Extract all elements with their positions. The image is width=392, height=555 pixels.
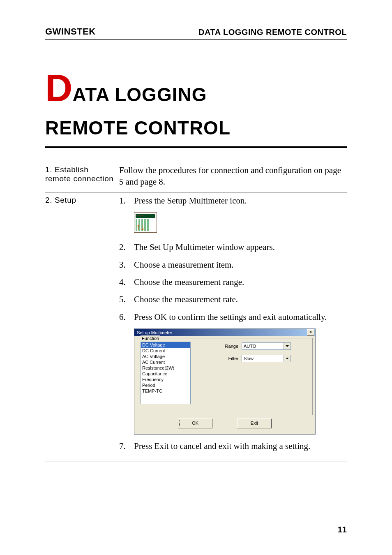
step-6-num: 6. (119, 311, 134, 323)
title-line1-rest: ATA LOGGING (72, 84, 207, 105)
brand-logo: GWINSTEK (45, 26, 96, 37)
function-item-period[interactable]: Period (141, 382, 190, 388)
section2-heading: 2. Setup (45, 195, 119, 205)
title-line2: REMOTE CONTROL (45, 117, 347, 139)
function-item-dc-voltage[interactable]: DC Voltage (141, 342, 190, 348)
setup-dialog-screenshot: Set up Multimeter × Function DC Voltage … (134, 328, 347, 435)
step-4-num: 4. (119, 276, 134, 288)
function-groupbox: Function DC Voltage DC Current AC Voltag… (137, 338, 313, 415)
function-item-ac-current[interactable]: AC Current (141, 359, 190, 365)
filter-value: Slow (244, 356, 254, 362)
ok-button[interactable]: OK (178, 419, 212, 428)
setup-multimeter-icon[interactable]: ••••• ↑↓ (134, 212, 157, 233)
step-5: 5. Choose the measurement rate. (119, 294, 347, 305)
filter-label: Filter (219, 356, 242, 362)
step-3-text: Choose a measurement item. (134, 259, 347, 271)
function-item-dc-current[interactable]: DC Current (141, 348, 190, 354)
step-7-text: Press Exit to cancel and exit with makin… (134, 440, 347, 452)
step-3: 3. Choose a measurement item. (119, 259, 347, 271)
step-4: 4. Choose the measurement range. (119, 276, 347, 288)
function-listbox[interactable]: DC Voltage DC Current AC Voltage AC Curr… (141, 342, 191, 404)
chevron-down-icon[interactable] (284, 355, 291, 362)
title-dropcap: D (45, 67, 72, 109)
chevron-down-icon[interactable] (284, 343, 291, 349)
function-item-ac-voltage[interactable]: AC Voltage (141, 354, 190, 359)
step-1-num: 1. (119, 195, 134, 206)
function-item-resistance-2w[interactable]: Resistance(2W) (141, 365, 190, 371)
section1-text: Follow the procedures for connection and… (119, 165, 341, 187)
header-title: DATA LOGGING REMOTE CONTROL (198, 28, 347, 37)
dialog-titlebar: Set up Multimeter × (134, 329, 315, 336)
step-5-text: Choose the measurement rate. (134, 294, 347, 305)
function-item-temp-tc[interactable]: TEMP-TC (141, 388, 190, 394)
step-6: 6. Press OK to confirm the settings and … (119, 311, 347, 323)
step-7: 7. Press Exit to cancel and exit with ma… (119, 440, 347, 452)
logo-text: GWINSTEK (45, 26, 96, 37)
section1-heading: 1. Establish remote connection (45, 164, 119, 183)
step-1-text: Press the Setup Multimeter icon. (134, 195, 347, 206)
step-2: 2. The Set Up Multimeter window appears. (119, 241, 347, 253)
filter-combobox[interactable]: Slow (242, 355, 291, 362)
range-value: AUTO (244, 343, 256, 349)
step-5-num: 5. (119, 294, 134, 305)
section-setup: 2. Setup 1. Press the Setup Multimeter i… (45, 192, 347, 462)
function-group-label: Function (141, 335, 160, 342)
step-4-text: Choose the measurement range. (134, 276, 347, 288)
range-label: Range (219, 343, 242, 349)
page-header: GWINSTEK DATA LOGGING REMOTE CONTROL (45, 26, 347, 40)
step-2-text: The Set Up Multimeter window appears. (134, 241, 347, 253)
page-title: DATA LOGGING REMOTE CONTROL (45, 69, 347, 148)
function-item-frequency[interactable]: Frequency (141, 377, 190, 382)
exit-button[interactable]: Exit (237, 419, 272, 428)
range-combobox[interactable]: AUTO (242, 342, 291, 350)
page-number: 11 (338, 525, 347, 534)
section1-body: Follow the procedures for connection and… (119, 164, 347, 188)
step-7-num: 7. (119, 440, 134, 452)
step-2-num: 2. (119, 241, 134, 253)
step-6-text: Press OK to confirm the settings and exi… (134, 311, 347, 323)
close-icon[interactable]: × (307, 329, 314, 336)
mm-icon-dots: ••••• (136, 214, 143, 218)
function-item-capacitance[interactable]: Capacitance (141, 371, 190, 377)
step-3-num: 3. (119, 259, 134, 271)
setup-multimeter-dialog: Set up Multimeter × Function DC Voltage … (134, 328, 316, 435)
section-establish-connection: 1. Establish remote connection Follow th… (45, 162, 347, 192)
dialog-title: Set up Multimeter (137, 330, 172, 336)
step-1: 1. Press the Setup Multimeter icon. (119, 195, 347, 206)
mm-icon-arrows: ↑↓ (136, 221, 145, 233)
